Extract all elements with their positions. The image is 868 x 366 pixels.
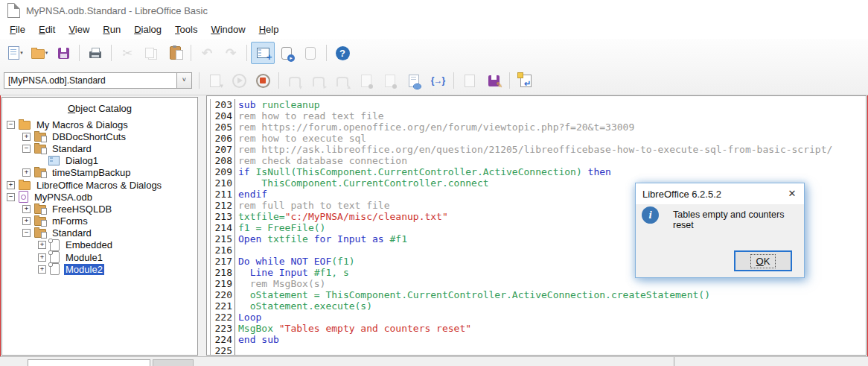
code-line[interactable]: 204rem how to read text file <box>207 110 866 122</box>
stop-icon <box>256 74 270 88</box>
code-line[interactable]: 209if IsNull(ThisComponent.CurrentContro… <box>207 166 866 177</box>
line-number: 211 <box>211 189 235 200</box>
expand-icon[interactable]: + <box>22 217 31 225</box>
tree-item-libreoffice-macros-dialogs[interactable]: +LibreOffice Macros & Dialogs <box>2 179 197 191</box>
object-catalog-title: Object Catalog <box>2 103 197 114</box>
module-tab-bar <box>0 356 868 366</box>
brackets-button[interactable]: {→} <box>426 69 450 92</box>
tab-scroll-button[interactable] <box>153 359 194 366</box>
expand-icon[interactable]: + <box>22 133 31 141</box>
tree-item-label: Module1 <box>64 252 104 263</box>
help-button[interactable]: ? <box>331 42 354 64</box>
code-line[interactable]: 220 oStatement = ThisComponent.CurrentCo… <box>207 289 866 300</box>
code-line[interactable]: 221 oStatement.execute(s) <box>207 300 866 312</box>
menu-item-view[interactable]: View <box>62 21 96 39</box>
new-document-button[interactable]: ▾ <box>4 42 28 64</box>
tree-item-standard[interactable]: −Standard <box>2 142 197 154</box>
watch-button[interactable] <box>402 69 426 92</box>
expand-icon[interactable]: + <box>7 181 15 189</box>
window-title: MyPNSA.odb.Standard - LibreOffice Basic <box>26 5 208 16</box>
collapse-icon[interactable]: − <box>7 193 15 201</box>
tree-item-standard[interactable]: −Standard <box>2 227 197 239</box>
code-line[interactable]: 219 rem MsgBox(s) <box>207 278 866 289</box>
tree-item-embedded[interactable]: +Embedded <box>2 239 197 251</box>
modules-button <box>299 42 322 64</box>
open-button[interactable]: ▾ <box>28 42 51 64</box>
info-icon: i <box>642 206 659 224</box>
collapse-icon[interactable]: − <box>22 229 31 237</box>
expand-icon[interactable]: + <box>38 253 46 262</box>
controls-button <box>458 69 482 92</box>
tree-item-freehsqldb[interactable]: +FreeHSQLDB <box>2 203 197 215</box>
dropdown-caret-icon[interactable]: ▾ <box>20 50 23 56</box>
import-dialog-button[interactable] <box>514 69 537 92</box>
tree-item-label: Dialog1 <box>64 155 100 166</box>
dropdown-caret-icon[interactable]: ▾ <box>45 50 48 56</box>
tree-item-mforms[interactable]: +mForms <box>2 215 197 227</box>
paste-button[interactable] <box>163 42 187 64</box>
code-line-text <box>235 345 238 356</box>
menu-item-window[interactable]: Window <box>204 21 252 39</box>
save-button[interactable] <box>51 42 75 64</box>
tree-item-dialog1[interactable]: Dialog1 <box>2 155 197 167</box>
select-dialog-button[interactable] <box>251 42 275 64</box>
menu-item-help[interactable]: Help <box>252 21 286 39</box>
tree-item-my-macros-dialogs[interactable]: −My Macros & Dialogs <box>2 119 197 130</box>
code-line[interactable]: 205rem https://forum.openoffice.org/en/f… <box>207 122 866 133</box>
code-line-text: ThisComponent.CurrentController.connect <box>235 177 489 189</box>
title-bar: MyPNSA.odb.Standard - LibreOffice Basic <box>0 0 868 21</box>
module-icon <box>50 239 60 251</box>
save-basic-button[interactable] <box>482 69 505 92</box>
expand-icon[interactable]: + <box>38 241 46 249</box>
collapse-icon[interactable]: − <box>22 145 31 153</box>
tree-item-mypnsa-odb[interactable]: −MyPNSA.odb <box>2 191 197 203</box>
menu-item-run[interactable]: Run <box>96 21 127 39</box>
expand-icon[interactable]: + <box>22 205 31 213</box>
code-line-text: rem how to read text file <box>235 110 384 122</box>
tree-item-module2[interactable]: +Module2 <box>2 263 197 275</box>
tree-item-module1[interactable]: +Module1 <box>2 251 197 263</box>
combobox-dropdown-icon[interactable]: ˅ <box>176 73 191 88</box>
line-number: 220 <box>211 289 235 300</box>
code-line[interactable]: 222Loop <box>207 312 866 323</box>
code-line[interactable]: 224end sub <box>207 334 866 345</box>
code-line-text: rem how to execute sql <box>235 133 366 144</box>
expand-icon[interactable]: + <box>38 265 46 274</box>
line-number: 210 <box>211 177 235 189</box>
code-line[interactable]: 225 <box>207 345 866 356</box>
code-line[interactable]: 208rem check database connection <box>207 155 866 166</box>
line-number: 222 <box>211 312 235 323</box>
tree-item-label: mForms <box>51 215 89 227</box>
code-line[interactable]: 223MsgBox "Tables empty and counters res… <box>207 323 866 334</box>
run-button <box>227 69 251 92</box>
menu-item-dialog[interactable]: Dialog <box>127 21 168 39</box>
expand-icon[interactable]: + <box>22 168 31 177</box>
code-line-text: Loop <box>235 312 261 323</box>
code-line-text: txtfile="c:/MyPNSA/misc/cleanup.txt" <box>235 211 448 222</box>
stop-button[interactable] <box>251 69 275 92</box>
line-number: 206 <box>211 133 235 144</box>
macros-button[interactable] <box>275 42 299 64</box>
tree-item-label: LibreOffice Macros & Dialogs <box>35 180 163 191</box>
collapse-icon[interactable]: − <box>7 121 15 129</box>
module-tab[interactable] <box>28 359 150 366</box>
ok-button[interactable]: OK <box>734 250 792 271</box>
tree-item-label: timeStampBackup <box>51 167 133 178</box>
code-line-text: rem https://forum.openoffice.org/en/foru… <box>235 122 634 133</box>
menu-item-edit[interactable]: Edit <box>32 21 62 39</box>
message-dialog: LibreOffice 6.2.5.2 ✕ i Tables empty and… <box>635 183 805 278</box>
code-line-text: sub runcleanup <box>235 99 320 110</box>
library-combobox[interactable]: [MyPNSA.odb].Standard ˅ <box>4 72 192 89</box>
close-icon[interactable]: ✕ <box>780 183 804 204</box>
code-line[interactable]: 206rem how to execute sql <box>207 133 866 144</box>
paste-icon <box>170 46 181 60</box>
tree-item-dbdocshortcuts[interactable]: +DBDocShortCuts <box>2 130 197 142</box>
print-button[interactable] <box>83 42 107 64</box>
compile-icon <box>210 75 220 87</box>
menu-item-tools[interactable]: Tools <box>168 21 204 39</box>
compile-button <box>203 69 227 92</box>
tree-item-timestampbackup[interactable]: +timeStampBackup <box>2 167 197 179</box>
code-line[interactable]: 207rem http://ask.libreoffice.org/en/que… <box>207 144 866 155</box>
menu-item-file[interactable]: File <box>3 21 32 39</box>
code-line[interactable]: 203sub runcleanup <box>207 99 866 110</box>
